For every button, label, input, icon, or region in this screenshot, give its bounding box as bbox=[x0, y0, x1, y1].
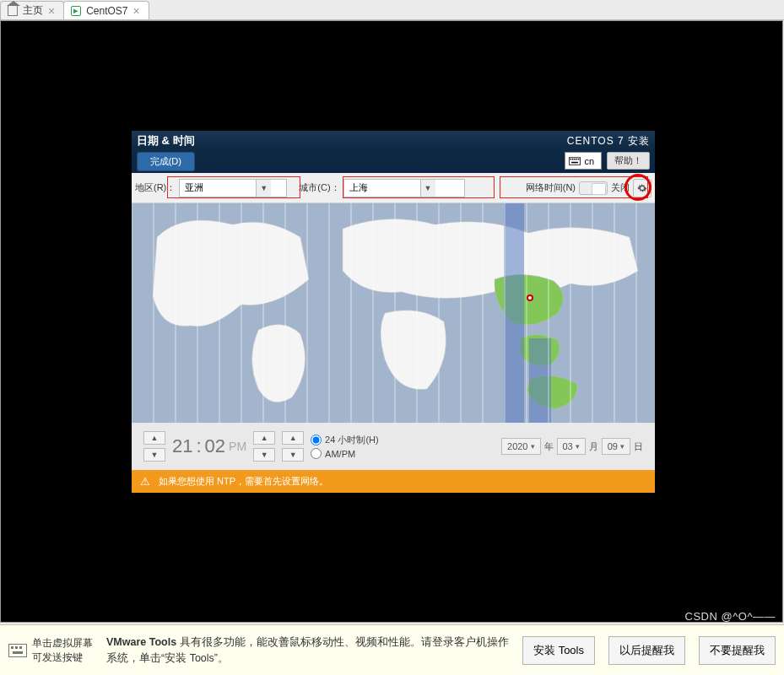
help-button[interactable]: 帮助！ bbox=[607, 152, 650, 170]
city-input[interactable] bbox=[344, 180, 420, 197]
chevron-down-icon[interactable]: ▼ bbox=[282, 448, 304, 462]
keyboard-icon bbox=[8, 644, 27, 657]
network-time-label: 网络时间(N) bbox=[526, 181, 576, 194]
date-controls: 2020 年 03 月 09 日 bbox=[501, 438, 643, 455]
svg-rect-3 bbox=[575, 158, 576, 159]
spoke-title: 日期 & 时间 bbox=[137, 133, 195, 148]
day-label: 日 bbox=[634, 440, 643, 453]
keyboard-layout: cn bbox=[584, 156, 594, 166]
time-hour: 21 bbox=[172, 435, 192, 457]
vm-viewport[interactable]: 日期 & 时间 完成(D) CENTOS 7 安装 cn 帮助！ 地区(R)： … bbox=[0, 20, 783, 623]
svg-rect-10 bbox=[19, 646, 22, 649]
chevron-up-icon[interactable]: ▲ bbox=[282, 431, 304, 445]
network-time-switch[interactable] bbox=[579, 181, 608, 195]
network-time-state: 关闭 bbox=[611, 181, 630, 194]
done-button[interactable]: 完成(D) bbox=[137, 152, 195, 171]
ampm-spinner[interactable]: ▲ ▼ bbox=[282, 431, 304, 462]
time-date-row: ▲ ▼ 21 : 02 PM ▲ ▼ ▲ ▼ 24 小时 bbox=[132, 423, 655, 470]
install-tools-button[interactable]: 安装 Tools bbox=[522, 636, 595, 665]
chevron-up-icon[interactable]: ▲ bbox=[253, 431, 275, 445]
hour-spinner[interactable]: ▲ ▼ bbox=[143, 431, 165, 462]
close-icon[interactable]: × bbox=[133, 5, 140, 17]
warning-bar: ⚠ 如果您想使用 NTP，需要首先设置网络。 bbox=[132, 470, 655, 493]
format-ampm[interactable]: AM/PM bbox=[311, 448, 379, 459]
svg-rect-2 bbox=[572, 158, 574, 159]
keyboard-indicator[interactable]: cn bbox=[565, 152, 602, 170]
time-format-radio: 24 小时制(H) AM/PM bbox=[311, 434, 379, 459]
warning-icon: ⚠ bbox=[140, 475, 150, 488]
tab-home[interactable]: 主页 × bbox=[0, 1, 64, 19]
send-keys-hint: 单击虚拟屏幕 可发送按键 bbox=[8, 636, 93, 665]
vm-icon bbox=[71, 6, 81, 16]
chevron-down-icon[interactable]: ▼ bbox=[420, 180, 435, 197]
send-keys-text: 单击虚拟屏幕 可发送按键 bbox=[32, 636, 93, 665]
keyboard-icon bbox=[569, 157, 581, 165]
svg-rect-11 bbox=[13, 651, 23, 654]
installer-header: 日期 & 时间 完成(D) CENTOS 7 安装 cn 帮助！ bbox=[132, 131, 655, 173]
month-select[interactable]: 03 bbox=[557, 438, 586, 455]
ntp-settings-button[interactable] bbox=[633, 179, 652, 197]
close-icon[interactable]: × bbox=[48, 5, 55, 17]
gear-icon bbox=[637, 183, 647, 193]
location-pin bbox=[527, 294, 533, 301]
never-remind-button[interactable]: 不要提醒我 bbox=[699, 636, 776, 665]
year-select[interactable]: 2020 bbox=[501, 438, 540, 455]
vmware-tools-bar: 单击虚拟屏幕 可发送按键 VMware Tools 具有很多功能，能改善鼠标移动… bbox=[0, 624, 784, 675]
chevron-up-icon[interactable]: ▲ bbox=[143, 431, 165, 445]
region-input[interactable] bbox=[180, 180, 256, 197]
city-select[interactable]: ▼ bbox=[343, 179, 465, 197]
minute-spinner[interactable]: ▲ ▼ bbox=[253, 431, 275, 462]
vmware-message: VMware Tools 具有很多功能，能改善鼠标移动性、视频和性能。请登录客户… bbox=[106, 634, 509, 665]
format-24h[interactable]: 24 小时制(H) bbox=[311, 434, 379, 446]
tab-home-label: 主页 bbox=[23, 3, 43, 18]
city-label: 城市(C)： bbox=[299, 181, 339, 194]
time-ampm: PM bbox=[229, 440, 246, 453]
remind-later-button[interactable]: 以后提醒我 bbox=[608, 636, 685, 665]
svg-rect-5 bbox=[578, 158, 580, 159]
vmware-tabstrip: 主页 × CentOS7 × bbox=[0, 0, 784, 20]
chevron-down-icon[interactable]: ▼ bbox=[253, 448, 275, 462]
install-name: CENTOS 7 安装 bbox=[567, 134, 650, 148]
day-select[interactable]: 09 bbox=[602, 438, 630, 455]
time-minute: 02 bbox=[205, 435, 225, 457]
svg-rect-9 bbox=[15, 646, 18, 649]
year-label: 年 bbox=[544, 440, 554, 453]
svg-rect-6 bbox=[571, 161, 578, 163]
chevron-down-icon[interactable]: ▼ bbox=[256, 180, 271, 197]
anaconda-datetime-spoke: 日期 & 时间 完成(D) CENTOS 7 安装 cn 帮助！ 地区(R)： … bbox=[132, 131, 655, 493]
month-label: 月 bbox=[589, 440, 598, 453]
svg-rect-7 bbox=[9, 644, 27, 656]
chevron-down-icon[interactable]: ▼ bbox=[143, 448, 165, 462]
location-controls: 地区(R)： ▼ 城市(C)： ▼ 网络时间(N) 关闭 bbox=[132, 173, 655, 203]
svg-rect-8 bbox=[11, 646, 14, 649]
vmware-message-bold: VMware Tools bbox=[106, 636, 180, 648]
tab-vm-label: CentOS7 bbox=[86, 5, 127, 17]
svg-rect-1 bbox=[570, 158, 572, 159]
svg-rect-4 bbox=[576, 158, 578, 159]
timezone-map[interactable]: for(let i=0;i<24;i++)document.write('<di… bbox=[132, 203, 655, 423]
region-select[interactable]: ▼ bbox=[179, 179, 287, 197]
warning-text: 如果您想使用 NTP，需要首先设置网络。 bbox=[159, 475, 328, 488]
time-display: 21 : 02 PM bbox=[172, 435, 246, 457]
tab-vm-centos7[interactable]: CentOS7 × bbox=[63, 1, 149, 19]
region-label: 地区(R)： bbox=[135, 181, 176, 194]
home-icon bbox=[8, 6, 18, 16]
